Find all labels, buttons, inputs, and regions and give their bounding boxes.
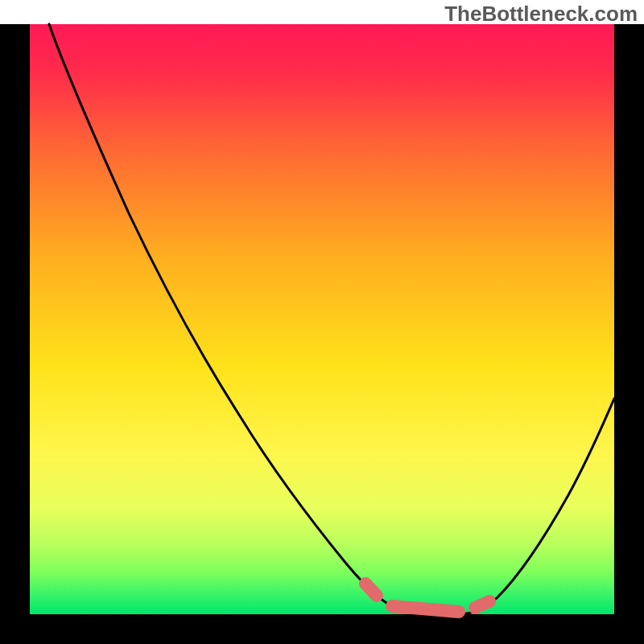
- plot-area: [0, 24, 644, 644]
- watermark-text: TheBottleneck.com: [444, 2, 638, 27]
- plot-background-gradient: [30, 24, 614, 614]
- bottleneck-chart: [0, 0, 644, 644]
